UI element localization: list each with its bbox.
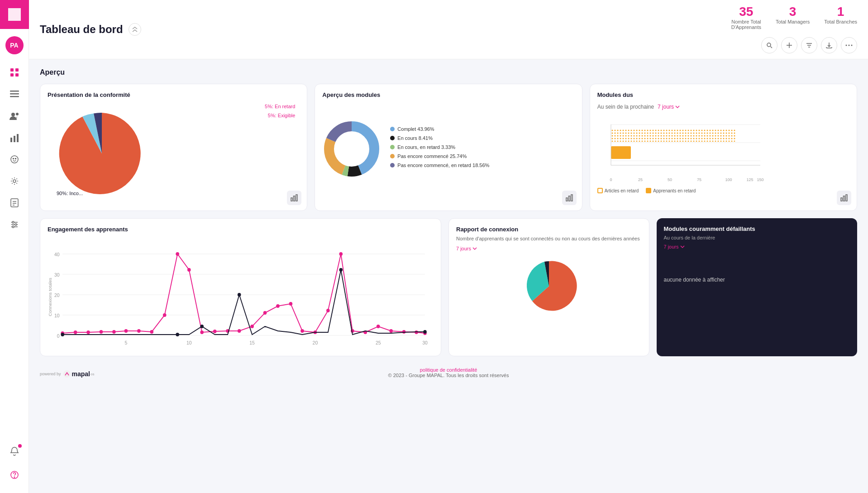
top-cards-row: Présentation de la conformité 5%: En ret… <box>40 84 857 211</box>
svg-point-25 <box>767 43 771 47</box>
legend-dot-pas-commence-retard <box>390 163 395 168</box>
conformite-label-inco: 90%: Inco... <box>57 191 83 196</box>
sidebar-item-dashboard[interactable] <box>5 63 24 81</box>
legend-dot-en-cours-retard <box>390 145 395 149</box>
rapport-pie-svg <box>520 257 578 316</box>
search-button[interactable] <box>761 37 777 53</box>
modules-dus-chart-btn[interactable] <box>837 191 851 205</box>
privacy-link[interactable]: politique de confidentialité <box>420 367 477 373</box>
stat-apprenants: 35 Nombre TotalD'Apprenants <box>731 5 761 30</box>
modules-dus-header: Au sein de la prochaine 7 jours <box>597 104 849 110</box>
sidebar: PA <box>0 0 29 493</box>
svg-rect-10 <box>14 136 15 142</box>
modules-dus-period-dropdown[interactable]: 7 jours <box>658 104 680 110</box>
conformite-pie-svg <box>52 104 152 203</box>
svg-rect-5 <box>10 93 19 95</box>
legend-apprenants-retard: Apprenants en retard <box>646 188 696 193</box>
expand-button[interactable] <box>129 23 141 36</box>
svg-point-92 <box>176 252 179 256</box>
legend-item-pas-commence-retard: Pas encore commencé, en retard 18.56% <box>390 163 489 168</box>
svg-rect-2 <box>10 73 14 77</box>
modules-dus-title: Modules dus <box>597 91 849 98</box>
modules-defaillants-no-data: aucune donnée à afficher <box>664 277 850 283</box>
svg-point-24 <box>14 477 15 478</box>
svg-text:25: 25 <box>638 177 643 182</box>
conformite-chart-btn[interactable] <box>287 191 301 205</box>
engagement-chart-svg: 0 10 20 30 40 Connexions totales 5 10 <box>48 238 434 347</box>
svg-text:10: 10 <box>186 340 192 345</box>
legend-item-complet: Complet 43.96% <box>390 126 489 132</box>
svg-point-117 <box>339 268 343 272</box>
svg-point-108 <box>377 325 380 328</box>
avatar[interactable]: PA <box>5 36 24 54</box>
stat-branches-label: Total Branches <box>824 19 857 24</box>
mapal-logo: mapal os <box>63 370 95 378</box>
add-button[interactable] <box>781 37 797 53</box>
modules-apercu-chart-btn[interactable] <box>562 191 577 205</box>
svg-text:50: 50 <box>668 177 672 182</box>
svg-rect-36 <box>294 196 295 201</box>
svg-rect-11 <box>17 134 19 142</box>
legend-item-pas-commence: Pas encore commencé 25.74% <box>390 153 489 159</box>
svg-text:20: 20 <box>313 340 318 345</box>
modules-dus-card: Modules dus Au sein de la prochaine 7 jo… <box>590 84 857 211</box>
footer-copyright: © 2023 - Groupe MAPAL. Tous les droits s… <box>388 373 509 378</box>
svg-line-26 <box>771 47 773 48</box>
svg-point-104 <box>326 309 330 312</box>
svg-point-89 <box>137 329 141 333</box>
engagement-card: Engagement des apprenants 0 10 20 30 40 … <box>40 218 441 356</box>
rapport-connexion-desc: Nombre d'apprenants qui se sont connecté… <box>456 235 642 242</box>
sidebar-item-notifications[interactable] <box>5 442 24 460</box>
modules-defaillants-period[interactable]: 7 jours <box>664 244 850 249</box>
legend-dot-en-cours <box>390 136 395 140</box>
sidebar-item-analytics[interactable] <box>5 129 24 147</box>
svg-point-44 <box>335 132 368 166</box>
modules-apercu-chart: Complet 43.96% En cours 8.41% En cours, … <box>322 104 574 194</box>
svg-point-22 <box>12 226 14 228</box>
svg-text:40: 40 <box>54 252 60 257</box>
svg-rect-0 <box>10 68 14 72</box>
conformite-chart: 5%: En retard 5%: Exigible 90%: Inco... <box>48 104 300 203</box>
mapal-logo-area: powered by mapal os <box>40 370 94 378</box>
stat-managers: 3 Total Managers <box>776 5 810 24</box>
svg-point-84 <box>74 330 77 334</box>
svg-rect-64 <box>843 196 844 201</box>
svg-text:0: 0 <box>57 333 60 339</box>
filter-button[interactable] <box>801 37 817 53</box>
svg-point-109 <box>389 329 393 333</box>
sidebar-item-settings[interactable] <box>5 172 24 190</box>
svg-rect-16 <box>11 199 18 207</box>
mapal-logo-text: mapal <box>72 370 90 378</box>
svg-point-21 <box>15 224 17 225</box>
svg-point-94 <box>200 330 204 334</box>
download-button[interactable] <box>821 37 837 53</box>
stat-branches: 1 Total Branches <box>824 5 857 24</box>
svg-point-15 <box>13 180 16 182</box>
svg-point-105 <box>339 252 343 256</box>
conformite-label-exigible: 5%: Exigible <box>268 113 296 118</box>
sidebar-item-config[interactable] <box>5 215 24 234</box>
svg-text:25: 25 <box>376 340 381 345</box>
svg-rect-45 <box>566 198 568 201</box>
powered-by-text: powered by <box>40 372 61 376</box>
svg-rect-9 <box>10 138 12 142</box>
sidebar-item-list[interactable] <box>5 85 24 103</box>
svg-text:Connexions totales: Connexions totales <box>48 278 53 316</box>
engagement-title: Engagement des apprenants <box>48 226 434 233</box>
page-title: Tableau de bord <box>40 23 123 36</box>
svg-point-116 <box>238 293 241 297</box>
bottom-cards-row: Engagement des apprenants 0 10 20 30 40 … <box>40 218 857 356</box>
sidebar-item-feedback[interactable] <box>5 150 24 168</box>
rapport-pie-container <box>456 257 642 316</box>
sidebar-item-reports[interactable] <box>5 194 24 212</box>
header-stats: 35 Nombre TotalD'Apprenants 3 Total Mana… <box>731 5 857 30</box>
sidebar-item-users[interactable] <box>5 107 24 125</box>
svg-text:150: 150 <box>757 177 763 182</box>
legend-item-en-cours-retard: En cours, en retard 3.33% <box>390 144 489 150</box>
conformite-label-en-retard: 5%: En retard <box>265 104 295 109</box>
header-left: Tableau de bord <box>40 23 141 36</box>
sidebar-item-help[interactable] <box>5 466 24 484</box>
rapport-connexion-period[interactable]: 7 jours <box>456 246 642 251</box>
svg-point-88 <box>124 329 128 333</box>
more-button[interactable] <box>841 37 857 53</box>
